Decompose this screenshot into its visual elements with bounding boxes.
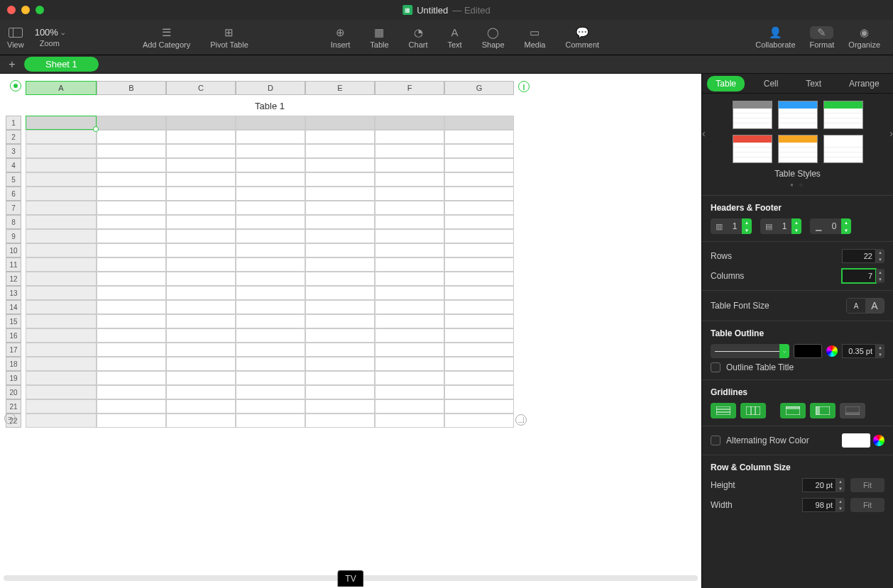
cell[interactable]	[166, 215, 236, 229]
outline-title-checkbox[interactable]	[711, 362, 721, 372]
column-header[interactable]: A	[26, 81, 97, 95]
header-rows-stepper[interactable]: ▤1▲▼	[760, 218, 801, 234]
row-header[interactable]: 14	[6, 300, 21, 314]
cell[interactable]	[97, 272, 166, 286]
cell[interactable]	[26, 300, 97, 314]
cell[interactable]	[166, 371, 236, 385]
row-header[interactable]: 8	[6, 215, 21, 229]
cell[interactable]	[236, 343, 305, 357]
cell[interactable]	[305, 172, 375, 187]
comment-button[interactable]: 💬Comment	[565, 26, 599, 49]
cell[interactable]	[236, 229, 305, 243]
cell[interactable]	[97, 357, 166, 371]
cell[interactable]	[166, 130, 236, 144]
cell[interactable]	[444, 144, 514, 158]
cell[interactable]	[236, 272, 305, 286]
cell[interactable]	[166, 314, 236, 328]
cell[interactable]	[444, 243, 514, 257]
cell[interactable]	[97, 257, 166, 272]
alt-row-color-swatch[interactable]	[842, 433, 870, 448]
cell[interactable]	[166, 144, 236, 158]
cell[interactable]	[26, 399, 97, 414]
cell[interactable]	[236, 257, 305, 272]
cell[interactable]	[305, 116, 375, 130]
gridlines-header-v-button[interactable]	[810, 403, 836, 418]
cell[interactable]	[444, 158, 514, 172]
cell[interactable]	[236, 172, 305, 187]
cell[interactable]	[444, 130, 514, 144]
cell[interactable]	[305, 286, 375, 300]
resize-handle[interactable]	[515, 414, 527, 426]
cell[interactable]	[166, 257, 236, 272]
cell[interactable]	[97, 215, 166, 229]
cell[interactable]	[375, 158, 444, 172]
cell[interactable]	[375, 328, 444, 343]
cell[interactable]	[305, 343, 375, 357]
cell[interactable]	[444, 343, 514, 357]
header-columns-stepper[interactable]: ▥1▲▼	[711, 218, 752, 234]
cell[interactable]	[444, 314, 514, 328]
cell[interactable]	[305, 399, 375, 414]
cell[interactable]	[97, 414, 166, 428]
insert-button[interactable]: ⊕Insert	[331, 26, 351, 49]
cell[interactable]	[97, 300, 166, 314]
media-button[interactable]: ▭Media	[525, 26, 546, 49]
cell[interactable]	[166, 116, 236, 130]
cell[interactable]	[97, 385, 166, 399]
table-style-thumb[interactable]	[823, 135, 863, 163]
cell[interactable]	[375, 272, 444, 286]
cell[interactable]	[236, 116, 305, 130]
cell[interactable]	[166, 158, 236, 172]
cell[interactable]	[375, 314, 444, 328]
cell[interactable]	[26, 130, 97, 144]
cell[interactable]	[236, 399, 305, 414]
cell[interactable]	[166, 272, 236, 286]
cell[interactable]	[236, 215, 305, 229]
cell[interactable]	[375, 172, 444, 187]
cell[interactable]	[444, 300, 514, 314]
cell[interactable]	[375, 385, 444, 399]
cell[interactable]	[166, 385, 236, 399]
column-header[interactable]: D	[236, 81, 305, 95]
row-header[interactable]: 15	[6, 314, 21, 328]
cell[interactable]	[97, 343, 166, 357]
cell[interactable]	[26, 257, 97, 272]
cell[interactable]	[444, 286, 514, 300]
cell[interactable]	[236, 158, 305, 172]
cell[interactable]	[375, 215, 444, 229]
row-header[interactable]: 12	[6, 272, 21, 286]
close-window-button[interactable]	[7, 6, 16, 14]
format-button[interactable]: ✎Format	[810, 26, 835, 49]
row-height-field[interactable]: ▲▼	[802, 478, 845, 492]
cell[interactable]	[375, 300, 444, 314]
footer-rows-stepper[interactable]: ▁0▲▼	[810, 218, 851, 234]
cell[interactable]	[26, 272, 97, 286]
cell[interactable]	[444, 116, 514, 130]
cell[interactable]	[166, 172, 236, 187]
row-header[interactable]: 4	[6, 158, 21, 172]
spreadsheet-canvas[interactable]: ABCDEFG‖ Table 1 12345678910111213141516…	[0, 74, 701, 588]
cell[interactable]	[305, 158, 375, 172]
cell[interactable]	[236, 201, 305, 215]
cell[interactable]	[97, 158, 166, 172]
cell[interactable]	[26, 357, 97, 371]
col-width-field[interactable]: ▲▼	[802, 498, 845, 512]
fullscreen-window-button[interactable]	[35, 6, 44, 14]
cell[interactable]	[375, 286, 444, 300]
cell[interactable]	[305, 243, 375, 257]
cell[interactable]	[375, 116, 444, 130]
row-header[interactable]: 13	[6, 286, 21, 300]
alt-row-checkbox[interactable]	[711, 436, 721, 445]
table-style-thumb[interactable]	[778, 135, 818, 163]
column-header[interactable]: B	[97, 81, 166, 95]
cell[interactable]	[444, 215, 514, 229]
row-header[interactable]: 18	[6, 357, 21, 371]
cell[interactable]	[444, 229, 514, 243]
cell[interactable]	[236, 357, 305, 371]
cell[interactable]	[444, 172, 514, 187]
styles-prev-button[interactable]: ‹	[702, 128, 706, 139]
column-header[interactable]: C	[166, 81, 236, 95]
add-column-handle[interactable]: ‖	[518, 81, 530, 92]
organize-button[interactable]: ◉Organize	[848, 26, 880, 49]
cell[interactable]	[97, 172, 166, 187]
